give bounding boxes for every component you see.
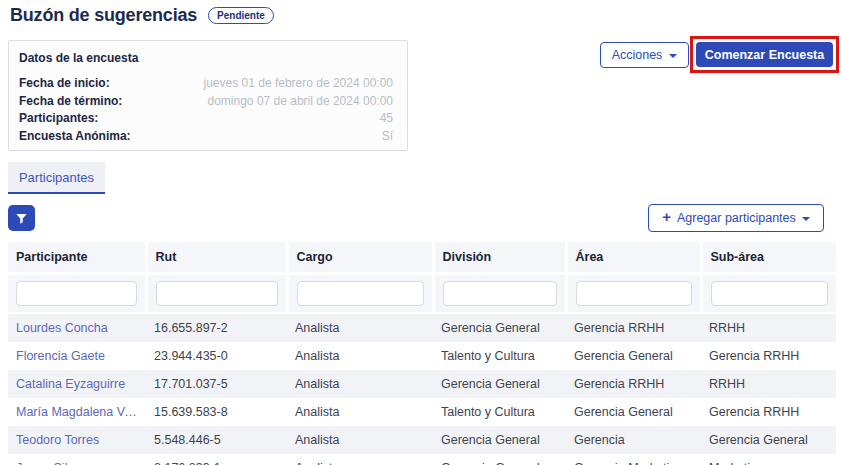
table-cell: Analista	[287, 342, 433, 370]
page-title: Buzón de sugerencias	[10, 5, 197, 26]
acciones-button[interactable]: Acciones	[600, 42, 689, 68]
participant-link[interactable]: Catalina Eyzaguirre	[8, 370, 146, 398]
participant-link[interactable]: Florencia Gaete	[8, 342, 146, 370]
field-value: jueves 01 de febrero de 2024 00:00	[204, 75, 393, 93]
field-label: Participantes:	[19, 110, 98, 128]
panel-heading: Datos de la encuesta	[19, 51, 393, 65]
table-cell: 15.639.583-8	[146, 398, 287, 426]
plus-icon: +	[662, 212, 671, 222]
participant-link[interactable]: Lourdes Concha	[8, 313, 146, 342]
table-cell: 23.944.435-0	[146, 342, 287, 370]
filter-input-5[interactable]	[576, 281, 692, 306]
table-cell: Analista	[287, 398, 433, 426]
table-cell: 8.176.833-1	[146, 454, 287, 465]
table-cell: Gerencia Marketing	[566, 454, 701, 465]
filter-button[interactable]	[8, 205, 35, 231]
table-row: Lourdes Concha16.655.897-2AnalistaGerenc…	[8, 313, 836, 342]
column-header-2: Rut	[146, 242, 287, 274]
field-label: Fecha de inicio:	[19, 75, 110, 93]
chevron-down-icon	[669, 54, 677, 58]
filter-cell	[566, 274, 701, 314]
table-header: ParticipanteRutCargoDivisiónÁreaSub-área	[8, 242, 836, 313]
filter-row	[8, 274, 836, 314]
table-cell: Gerencia General	[433, 426, 566, 454]
table-cell: Talento y Cultura	[433, 342, 566, 370]
column-header-6: Sub-área	[701, 242, 836, 274]
table-cell: Analista	[287, 454, 433, 465]
table-cell: Gerencia RRHH	[566, 370, 701, 398]
field-label: Encuesta Anónima:	[19, 128, 131, 146]
table-cell: RRHH	[701, 370, 836, 398]
table-cell: Gerencia General	[701, 426, 836, 454]
filter-cell	[433, 274, 566, 314]
agregar-participantes-label: Agregar participantes	[677, 211, 796, 225]
filter-input-2[interactable]	[156, 281, 278, 306]
table-row: Juana Silva8.176.833-1AnalistaGerencia G…	[8, 454, 836, 465]
acciones-button-label: Acciones	[612, 48, 663, 62]
table-cell: Gerencia General	[433, 370, 566, 398]
page-header: Buzón de sugerencias Pendiente	[10, 5, 274, 26]
participants-table: ParticipanteRutCargoDivisiónÁreaSub-área…	[8, 242, 836, 465]
chevron-down-icon	[802, 217, 810, 221]
table-cell: Marketing	[701, 454, 836, 465]
participant-link[interactable]: María Magdalena Varas	[8, 398, 146, 426]
table-cell: Gerencia General	[433, 454, 566, 465]
participant-link[interactable]: Juana Silva	[8, 454, 146, 465]
filter-input-6[interactable]	[711, 281, 829, 306]
filter-input-1[interactable]	[16, 281, 137, 306]
filter-cell	[287, 274, 433, 314]
status-badge: Pendiente	[208, 7, 274, 24]
field-fecha-inicio: Fecha de inicio: jueves 01 de febrero de…	[19, 75, 393, 93]
table-row: Teodoro Torres5.548.446-5AnalistaGerenci…	[8, 426, 836, 454]
table-cell: Gerencia RRHH	[701, 398, 836, 426]
table-cell: 5.548.446-5	[146, 426, 287, 454]
survey-data-panel: Datos de la encuesta Fecha de inicio: ju…	[8, 40, 408, 151]
field-participantes: Participantes: 45	[19, 110, 393, 128]
field-value: domingo 07 de abril de 2024 00:00	[208, 93, 393, 111]
table-row: Catalina Eyzaguirre17.701.037-5AnalistaG…	[8, 370, 836, 398]
table-cell: Gerencia RRHH	[566, 313, 701, 342]
table-cell: Analista	[287, 370, 433, 398]
funnel-icon	[15, 212, 28, 225]
field-value: 45	[380, 110, 393, 128]
table-cell: 17.701.037-5	[146, 370, 287, 398]
column-header-3: Cargo	[287, 242, 433, 274]
table-cell: Gerencia General	[433, 313, 566, 342]
table-cell: Analista	[287, 313, 433, 342]
table-row: María Magdalena Varas15.639.583-8Analist…	[8, 398, 836, 426]
column-header-4: División	[433, 242, 566, 274]
table-cell: Gerencia General	[566, 342, 701, 370]
field-fecha-termino: Fecha de término: domingo 07 de abril de…	[19, 93, 393, 111]
table-body: Lourdes Concha16.655.897-2AnalistaGerenc…	[8, 313, 836, 465]
table-cell: Gerencia	[566, 426, 701, 454]
field-value: Sí	[382, 128, 393, 146]
participant-link[interactable]: Teodoro Torres	[8, 426, 146, 454]
field-encuesta-anonima: Encuesta Anónima: Sí	[19, 128, 393, 146]
filter-cell	[701, 274, 836, 314]
annotation-highlight-box: Comenzar Encuesta	[690, 36, 839, 73]
table-cell: Gerencia General	[566, 398, 701, 426]
table-cell: Gerencia RRHH	[701, 342, 836, 370]
table-cell: 16.655.897-2	[146, 313, 287, 342]
tab-participantes[interactable]: Participantes	[8, 162, 105, 194]
column-header-5: Área	[566, 242, 701, 274]
agregar-participantes-button[interactable]: + Agregar participantes	[648, 204, 824, 232]
filter-input-4[interactable]	[443, 281, 557, 306]
filter-cell	[8, 274, 146, 314]
filter-cell	[146, 274, 287, 314]
table-row: Florencia Gaete23.944.435-0AnalistaTalen…	[8, 342, 836, 370]
table-cell: Talento y Cultura	[433, 398, 566, 426]
filter-input-3[interactable]	[297, 281, 424, 306]
table-cell: RRHH	[701, 313, 836, 342]
comenzar-encuesta-button[interactable]: Comenzar Encuesta	[696, 42, 833, 67]
field-label: Fecha de término:	[19, 93, 122, 111]
table-cell: Analista	[287, 426, 433, 454]
column-header-1: Participante	[8, 242, 146, 274]
